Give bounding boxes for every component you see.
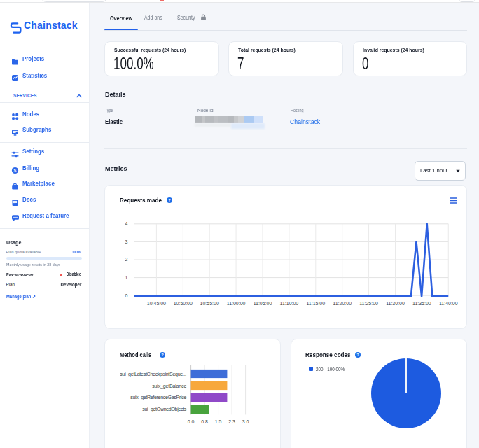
svg-text:3: 3 bbox=[125, 239, 128, 244]
svg-text:0.0: 0.0 bbox=[188, 419, 195, 424]
svg-text:11:05:00: 11:05:00 bbox=[254, 302, 272, 307]
svg-text:10:50:00: 10:50:00 bbox=[174, 302, 193, 307]
svg-text:3.0: 3.0 bbox=[242, 419, 249, 424]
svg-text:sui_getLatestCheckpointSeque..: sui_getLatestCheckpointSeque... bbox=[120, 372, 186, 377]
svg-text:11:40:00: 11:40:00 bbox=[439, 302, 458, 307]
svg-text:0.8: 0.8 bbox=[201, 419, 208, 424]
svg-text:0: 0 bbox=[125, 293, 128, 298]
svg-text:11:00:00: 11:00:00 bbox=[227, 302, 246, 307]
svg-text:11:15:00: 11:15:00 bbox=[306, 302, 325, 307]
svg-text:11:10:00: 11:10:00 bbox=[280, 302, 299, 307]
svg-text:11:25:00: 11:25:00 bbox=[359, 302, 378, 307]
svg-text:suix_getBalance: suix_getBalance bbox=[152, 384, 186, 389]
svg-text:2.3: 2.3 bbox=[228, 419, 235, 424]
svg-text:11:20:00: 11:20:00 bbox=[333, 302, 352, 307]
svg-text:?: ? bbox=[356, 353, 359, 357]
svg-text:1: 1 bbox=[125, 275, 128, 280]
svg-text:11:30:00: 11:30:00 bbox=[386, 302, 405, 307]
svg-text:$: $ bbox=[14, 168, 17, 174]
svg-text:1.5: 1.5 bbox=[215, 419, 222, 424]
svg-text:10:55:00: 10:55:00 bbox=[200, 302, 219, 307]
svg-text:suix_getReferenceGasPrice: suix_getReferenceGasPrice bbox=[130, 396, 186, 401]
svg-text:10:45:00: 10:45:00 bbox=[147, 302, 166, 307]
svg-text:11:35:00: 11:35:00 bbox=[412, 302, 431, 307]
svg-text:2: 2 bbox=[125, 258, 128, 262]
svg-text:sui_getOwnedObjects: sui_getOwnedObjects bbox=[142, 407, 186, 413]
svg-text:4: 4 bbox=[125, 221, 128, 226]
